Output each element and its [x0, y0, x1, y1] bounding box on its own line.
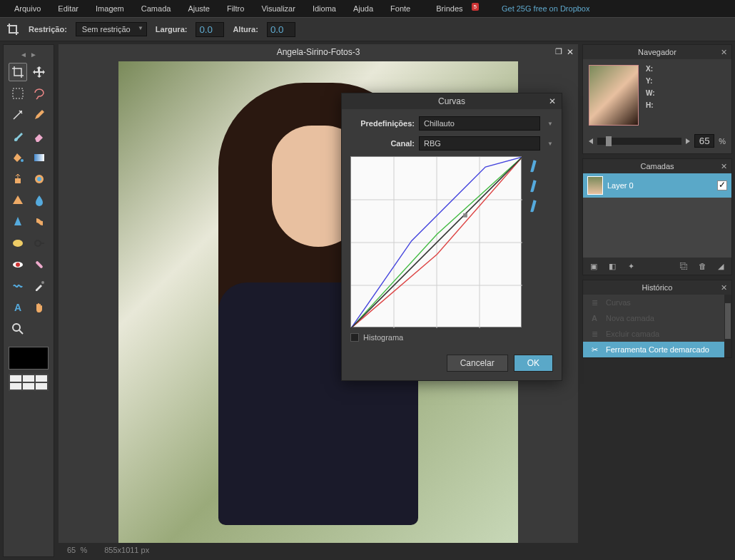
duplicate-layer-icon[interactable]: ⿻	[677, 261, 690, 271]
navigator-close-icon[interactable]: ✕	[721, 48, 727, 57]
move-tool[interactable]	[30, 63, 49, 81]
dodge-tool[interactable]	[30, 234, 49, 253]
altura-input[interactable]	[267, 22, 295, 37]
menu-filtro[interactable]: Filtro	[218, 1, 253, 16]
curves-close-icon[interactable]: ✕	[549, 96, 556, 106]
close-document-icon[interactable]: ✕	[567, 47, 574, 57]
zoom-out-icon[interactable]	[589, 138, 593, 144]
layers-title: Camadas	[640, 162, 674, 170]
menu-imagem[interactable]: Imagem	[87, 1, 133, 16]
eyedropper-gray-icon[interactable]	[526, 179, 542, 190]
history-item-3[interactable]: ✂Ferramenta Corte demarcado	[583, 342, 731, 357]
zoom-tool[interactable]	[9, 320, 27, 338]
clone-tool[interactable]	[9, 170, 27, 188]
liquify-tool[interactable]	[9, 277, 27, 295]
zoom-in-icon[interactable]	[686, 138, 690, 144]
preset-select[interactable]: Chillauto	[419, 116, 540, 131]
svg-point-8	[35, 240, 41, 246]
layers-menu-icon[interactable]: ◢	[714, 261, 727, 271]
brush-tool[interactable]	[9, 127, 27, 146]
swatch-grid[interactable]	[9, 374, 49, 391]
menu-brindes[interactable]: Brindes5	[419, 1, 487, 16]
largura-input[interactable]	[196, 22, 224, 37]
heal-tool[interactable]	[30, 255, 49, 274]
smudge-tool[interactable]	[30, 213, 49, 231]
menu-idioma[interactable]: Idioma	[304, 1, 345, 16]
nav-y-label: Y:	[646, 77, 655, 85]
eyedropper-black-icon[interactable]	[526, 159, 542, 170]
layers-close-icon[interactable]: ✕	[721, 162, 727, 171]
zoom-slider[interactable]	[597, 138, 681, 145]
eyedropper-white-icon[interactable]	[526, 199, 542, 210]
status-bar: 65 % 855x1011 px	[59, 543, 578, 557]
channel-select[interactable]: RBG	[419, 136, 540, 151]
eyedropper-tool[interactable]	[30, 277, 49, 295]
curves-icon: ≣	[589, 297, 600, 307]
layer-row-0[interactable]: Layer 0	[583, 173, 731, 198]
crop-tool-icon	[6, 22, 20, 36]
layer-mask-icon[interactable]: ◧	[606, 261, 619, 271]
histogram-checkbox[interactable]	[350, 333, 359, 342]
bucket-tool[interactable]	[9, 148, 27, 167]
zoom-input[interactable]	[694, 134, 714, 148]
histogram-label: Histograma	[363, 333, 403, 342]
zoom-pct: %	[719, 137, 726, 146]
restricao-label: Restrição:	[29, 25, 67, 34]
color-replace-tool[interactable]	[30, 170, 49, 188]
history-item-1[interactable]: ANova camada	[583, 310, 731, 326]
eraser-tool[interactable]	[30, 127, 49, 146]
navigator-thumbnail[interactable]	[589, 65, 639, 126]
wand-tool[interactable]	[9, 106, 27, 124]
history-item-2[interactable]: ≣Excluir camada	[583, 326, 731, 342]
toolbox-next[interactable]: ►	[30, 51, 37, 58]
layers-empty-area	[583, 198, 731, 258]
largura-label: Largura:	[156, 25, 188, 34]
sharpen-tool[interactable]	[9, 213, 27, 231]
curves-graph[interactable]	[350, 156, 522, 327]
layer-name: Layer 0	[607, 181, 634, 190]
toolbox-prev[interactable]: ◄	[20, 51, 27, 58]
marquee-tool[interactable]	[9, 84, 27, 103]
curve-handle[interactable]	[463, 213, 467, 218]
history-item-0[interactable]: ≣Curvas	[583, 295, 731, 310]
layer-thumbnail	[587, 176, 603, 195]
nav-x-label: X:	[646, 65, 655, 73]
option-bar: Restrição: Sem restrição Largura: Altura…	[0, 17, 735, 41]
new-layer-icon[interactable]: ▣	[587, 261, 600, 271]
lasso-tool[interactable]	[30, 84, 49, 103]
hand-tool[interactable]	[30, 298, 49, 317]
menu-visualizar[interactable]: Visualizar	[253, 1, 304, 16]
menu-arquivo[interactable]: Arquivo	[6, 1, 49, 16]
layer-fx-icon[interactable]: ✦	[624, 261, 637, 271]
pencil-tool[interactable]	[30, 106, 49, 124]
shape-tool[interactable]	[9, 191, 27, 210]
blur-tool[interactable]	[30, 191, 49, 210]
menu-camada[interactable]: Camada	[133, 1, 180, 16]
menu-fonte[interactable]: Fonte	[382, 1, 419, 16]
menu-ajuda[interactable]: Ajuda	[345, 1, 382, 16]
sponge-tool[interactable]	[9, 234, 27, 253]
cancel-button[interactable]: Cancelar	[447, 355, 508, 372]
restricao-select[interactable]: Sem restrição	[76, 22, 147, 36]
ok-button[interactable]: OK	[514, 355, 553, 372]
channel-label: Canal:	[350, 139, 415, 148]
layers-footer: ▣ ◧ ✦ ⿻ 🗑 ◢	[583, 258, 731, 275]
curves-title: Curvas	[438, 96, 465, 106]
preset-label: Predefinições:	[350, 119, 415, 128]
delete-layer-icon[interactable]: 🗑	[696, 261, 709, 271]
layer-visibility-checkbox[interactable]	[717, 180, 727, 190]
svg-point-6	[37, 177, 41, 181]
type-tool[interactable]: A	[9, 298, 27, 317]
color-swatch[interactable]	[9, 347, 49, 370]
dropbox-promo-link[interactable]: Get 25G free on Dropbox	[493, 1, 599, 16]
gradient-tool[interactable]	[30, 148, 49, 167]
menu-editar[interactable]: Editar	[49, 1, 87, 16]
history-scrollbar[interactable]	[724, 295, 731, 357]
document-title: Angela-Sirino-Fotos-3	[277, 47, 360, 57]
history-close-icon[interactable]: ✕	[721, 283, 727, 292]
redeye-tool[interactable]	[9, 255, 27, 274]
restore-icon[interactable]: ❐	[555, 47, 562, 57]
menu-ajuste[interactable]: Ajuste	[179, 1, 218, 16]
svg-point-1	[21, 111, 22, 112]
crop-tool[interactable]	[9, 63, 27, 81]
